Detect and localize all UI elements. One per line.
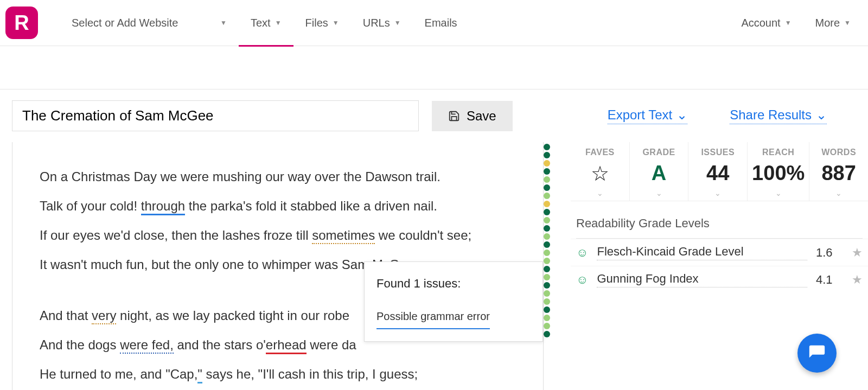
chevron-down-icon: ⌄ [676,107,687,123]
nav-account-label: Account [741,17,780,29]
gutter-marker[interactable] [544,144,550,150]
style-highlight[interactable]: sometimes [312,228,375,244]
top-nav: R Select or Add Website ▼ Text ▼ Files ▼… [0,0,868,46]
stats-sidebar: FAVES ☆ ⌄ GRADE A ⌄ ISSUES 44 ⌄ REACH 10… [571,142,868,293]
stats-row: FAVES ☆ ⌄ GRADE A ⌄ ISSUES 44 ⌄ REACH 10… [571,142,868,201]
editor-line: If our eyes we'd close, then the lashes … [40,222,516,248]
gutter-marker[interactable] [544,315,550,321]
website-selector-label: Select or Add Website [72,17,178,29]
nav-more[interactable]: More ▼ [803,0,863,46]
spelling-highlight[interactable]: erhead [266,337,307,354]
brand-logo[interactable]: R [5,7,38,39]
export-text-label: Export Text [608,107,673,123]
gutter-marker[interactable] [544,160,550,167]
gutter-marker[interactable] [544,184,550,191]
gutter-marker[interactable] [544,168,550,175]
sub-bar [0,46,868,89]
stat-grade[interactable]: GRADE A ⌄ [629,142,688,201]
chevron-down-icon: ⌄ [809,189,868,197]
gutter-marker[interactable] [544,290,550,297]
metric-value: 1.6 [816,246,843,260]
gutter-marker[interactable] [544,201,550,207]
gutter-marker[interactable] [544,233,550,240]
document-title-input[interactable] [12,100,419,131]
editor-line: Talk of your cold! through the parka's f… [40,193,516,219]
metric-name: Gunning Fog Index [597,272,807,287]
caret-down-icon: ▼ [785,19,792,27]
stat-reach[interactable]: REACH 100% ⌄ [747,142,809,201]
caret-down-icon: ▼ [333,19,339,27]
style-highlight[interactable]: very [92,308,116,324]
metric-row[interactable]: ☺ Flesch-Kincaid Grade Level 1.6 ★ [571,239,868,266]
nav-emails[interactable]: Emails [413,0,469,46]
gutter-marker[interactable] [544,306,550,313]
nav-urls[interactable]: URLs ▼ [351,0,413,46]
star-icon[interactable]: ★ [852,273,863,287]
grammar-highlight[interactable]: " [197,367,202,383]
export-text-link[interactable]: Export Text ⌄ [608,107,688,124]
stat-faves[interactable]: FAVES ☆ ⌄ [571,142,629,201]
metric-value: 4.1 [816,273,843,287]
nav-files-label: Files [305,17,328,29]
nav-emails-label: Emails [425,17,457,29]
editor-line: He turned to me, and "Cap," says he, "I'… [40,361,516,387]
gutter-marker[interactable] [544,193,550,199]
passive-highlight[interactable]: were fed, [120,337,174,354]
website-selector[interactable]: Select or Add Website ▼ [60,0,239,46]
chevron-down-icon: ⌄ [630,189,688,197]
caret-down-icon: ▼ [220,19,227,27]
nav-text[interactable]: Text ▼ [239,0,293,46]
gutter-marker[interactable] [544,331,550,337]
main-area: On a Christmas Day we were mushing our w… [0,142,868,390]
stat-words[interactable]: WORDS 887 ⌄ [809,142,868,201]
gutter-marker[interactable] [544,152,550,158]
gutter-marker[interactable] [544,209,550,215]
issue-gutter [544,142,571,339]
gutter-marker[interactable] [544,323,550,329]
chevron-down-icon: ⌄ [571,189,629,197]
star-outline-icon: ☆ [575,162,625,186]
chat-fab[interactable] [797,334,837,373]
action-row: Save Export Text ⌄ Share Results ⌄ [0,89,868,142]
caret-down-icon: ▼ [275,19,282,27]
nav-account[interactable]: Account ▼ [729,0,803,46]
gutter-marker[interactable] [544,258,550,264]
tooltip-title: Found 1 issues: [376,272,531,296]
smile-icon: ☺ [576,273,588,287]
stat-issues[interactable]: ISSUES 44 ⌄ [688,142,747,201]
star-icon[interactable]: ★ [852,246,863,260]
chevron-down-icon: ⌄ [816,107,827,123]
save-button[interactable]: Save [432,101,513,131]
metric-row[interactable]: ☺ Gunning Fog Index 4.1 ★ [571,266,868,293]
nav-urls-label: URLs [363,17,390,29]
tooltip-issue-link[interactable]: Possible grammar error [376,305,490,329]
save-button-label: Save [467,108,496,124]
nav-more-label: More [815,17,840,29]
chevron-down-icon: ⌄ [688,189,747,197]
share-results-link[interactable]: Share Results ⌄ [730,107,827,124]
nav-text-label: Text [251,17,271,29]
save-icon [448,110,460,122]
gutter-marker[interactable] [544,176,550,183]
gutter-marker[interactable] [544,282,550,289]
smile-icon: ☺ [576,246,588,260]
gutter-marker[interactable] [544,250,550,256]
metric-name: Flesch-Kincaid Grade Level [597,245,807,260]
gutter-marker[interactable] [544,225,550,232]
gutter-marker[interactable] [544,298,550,305]
gutter-marker[interactable] [544,274,550,280]
caret-down-icon: ▼ [394,19,401,27]
grammar-highlight[interactable]: through [141,199,185,215]
issue-tooltip: Found 1 issues: Possible grammar error [364,261,543,342]
nav-files[interactable]: Files ▼ [293,0,351,46]
text-editor[interactable]: On a Christmas Day we were mushing our w… [12,142,544,390]
section-readability: Readability Grade Levels [571,201,868,238]
gutter-marker[interactable] [544,266,550,272]
share-results-label: Share Results [730,107,812,123]
gutter-marker[interactable] [544,241,550,248]
editor-line: On a Christmas Day we were mushing our w… [40,164,516,190]
chat-icon [808,344,826,362]
chevron-down-icon: ⌄ [748,189,809,197]
caret-down-icon: ▼ [844,19,851,27]
gutter-marker[interactable] [544,217,550,223]
